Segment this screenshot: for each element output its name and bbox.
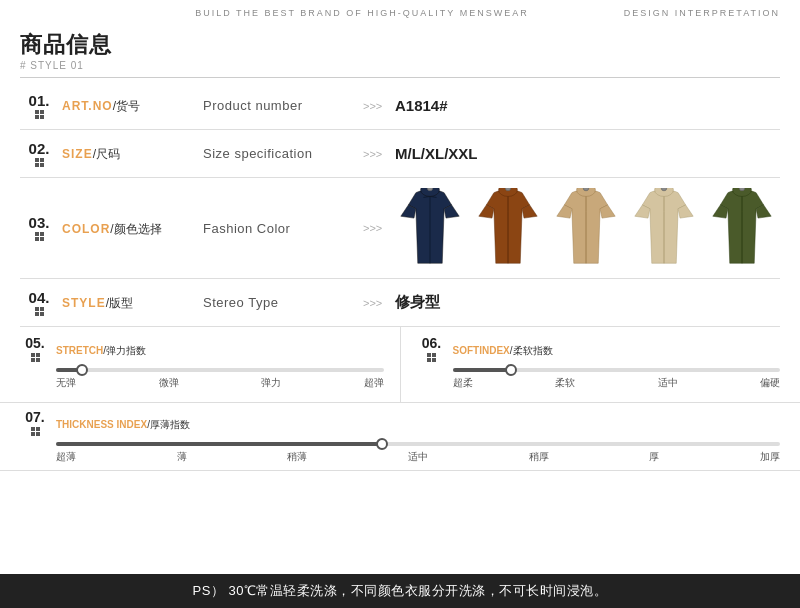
row-03-num-block: 03. — [20, 215, 58, 241]
thickness-fill — [56, 442, 382, 446]
thickness-label-1: 薄 — [177, 450, 187, 464]
soft-track-container: 超柔 柔软 适中 偏硬 — [453, 368, 781, 390]
row-style: 04. STYLE/版型 Stereo Type >>> 修身型 — [20, 279, 780, 327]
slider-double-row: 05. STRETCH/弹力指数 无弹 微弹 弹力 超弹 — [0, 327, 800, 403]
soft-fill — [453, 368, 512, 372]
row-01-label-cn: /货号 — [113, 99, 140, 113]
page-title: 商品信息 — [20, 30, 780, 60]
soft-label-0: 超柔 — [453, 376, 473, 390]
soft-row: 06. SOFTINDEX/柔软指数 超柔 柔软 适中 偏硬 — [401, 327, 781, 402]
stretch-labels: 无弹 微弹 弹力 超弹 — [56, 376, 384, 390]
row-01-num: 01. — [29, 93, 50, 108]
jacket-khaki — [629, 188, 699, 268]
thickness-thumb — [376, 438, 388, 450]
row-02-label-en: SIZE — [62, 147, 93, 161]
top-divider — [20, 77, 780, 78]
stretch-label-cn: /弹力指数 — [103, 345, 146, 356]
row-04-num: 04. — [29, 290, 50, 305]
row-04-grid-icon — [35, 307, 44, 316]
stretch-label-3: 超弹 — [364, 376, 384, 390]
row-03-arrow: >>> — [363, 222, 395, 234]
row-04-value: 修身型 — [395, 293, 780, 312]
row-01-value: A1814# — [395, 97, 780, 114]
soft-thumb — [505, 364, 517, 376]
jacket-brown — [473, 188, 543, 268]
jacket-olive — [707, 188, 777, 268]
bottom-note: PS） 30℃常温轻柔洗涤，不同颜色衣服分开洗涤，不可长时间浸泡。 — [0, 574, 800, 608]
row-01-grid-icon — [35, 110, 44, 119]
stretch-row: 05. STRETCH/弹力指数 无弹 微弹 弹力 超弹 — [20, 327, 401, 402]
thickness-label-3: 适中 — [408, 450, 428, 464]
stretch-label: STRETCH/弹力指数 — [56, 340, 146, 358]
row-04-label-en: STYLE — [62, 296, 106, 310]
row-02-arrow: >>> — [363, 148, 395, 160]
row-01-label: ART.NO/货号 — [58, 96, 203, 115]
soft-label-en: SOFTINDEX — [453, 345, 510, 356]
thickness-label-cn: /厚薄指数 — [147, 419, 190, 430]
soft-label-1: 柔软 — [555, 376, 575, 390]
jacket-tan — [551, 188, 621, 268]
row-02-label: SIZE/尺码 — [58, 144, 203, 163]
row-01-label-en: ART.NO — [62, 99, 113, 113]
row-03-num: 03. — [29, 215, 50, 230]
info-rows: 01. ART.NO/货号 Product number >>> A1814# … — [0, 82, 800, 327]
soft-header: 06. SOFTINDEX/柔软指数 — [417, 335, 781, 362]
stretch-label-en: STRETCH — [56, 345, 103, 356]
row-03-label-en: COLOR — [62, 222, 110, 236]
row-03-label-cn: /颜色选择 — [110, 222, 161, 236]
row-03-grid-icon — [35, 232, 44, 241]
row-artno: 01. ART.NO/货号 Product number >>> A1814# — [20, 82, 780, 130]
row-02-desc: Size specification — [203, 146, 363, 161]
row-01-arrow: >>> — [363, 100, 395, 112]
row-04-label-cn: /版型 — [106, 296, 133, 310]
row-04-label: STYLE/版型 — [58, 293, 203, 312]
stretch-track — [56, 368, 384, 372]
soft-labels: 超柔 柔软 适中 偏硬 — [453, 376, 781, 390]
row-03-label: COLOR/颜色选择 — [58, 219, 203, 238]
banner-right: DESIGN INTERPRETATION — [624, 8, 780, 18]
stretch-track-container: 无弹 微弹 弹力 超弹 — [56, 368, 384, 390]
main-title-block: 商品信息 # STYLE 01 — [0, 26, 800, 73]
soft-track — [453, 368, 781, 372]
thickness-slider-container: 超薄 薄 稍薄 适中 稍厚 厚 加厚 — [56, 442, 780, 464]
row-04-num-block: 04. — [20, 290, 58, 316]
thickness-label-6: 加厚 — [760, 450, 780, 464]
jacket-navy — [395, 188, 465, 268]
thickness-labels: 超薄 薄 稍薄 适中 稍厚 厚 加厚 — [56, 450, 780, 464]
row-02-num-block: 02. — [20, 141, 58, 167]
thickness-label-5: 厚 — [649, 450, 659, 464]
soft-num: 06. — [422, 335, 441, 351]
row-size: 02. SIZE/尺码 Size specification >>> M/L/X… — [20, 130, 780, 178]
stretch-num: 05. — [25, 335, 44, 351]
thickness-num-block: 07. — [20, 409, 50, 436]
stretch-label-0: 无弹 — [56, 376, 76, 390]
soft-num-block: 06. — [417, 335, 447, 362]
row-02-num: 02. — [29, 141, 50, 156]
soft-label-3: 偏硬 — [760, 376, 780, 390]
row-03-desc: Fashion Color — [203, 221, 363, 236]
soft-label-cn: /柔软指数 — [510, 345, 553, 356]
row-04-arrow: >>> — [363, 297, 395, 309]
thickness-track — [56, 442, 780, 446]
thickness-label-4: 稍厚 — [529, 450, 549, 464]
row-color: 03. COLOR/颜色选择 Fashion Color >>> — [20, 178, 780, 279]
thickness-label-0: 超薄 — [56, 450, 76, 464]
color-images — [395, 188, 780, 268]
row-02-value: M/L/XL/XXL — [395, 145, 780, 162]
row-01-num-block: 01. — [20, 93, 58, 119]
stretch-label-2: 弹力 — [261, 376, 281, 390]
thickness-header: 07. THICKNESS INDEX/厚薄指数 — [20, 409, 780, 436]
stretch-label-1: 微弹 — [159, 376, 179, 390]
thickness-num: 07. — [25, 409, 44, 425]
row-04-desc: Stereo Type — [203, 295, 363, 310]
page-subtitle: # STYLE 01 — [20, 60, 780, 71]
stretch-header: 05. STRETCH/弹力指数 — [20, 335, 384, 362]
row-02-label-cn: /尺码 — [93, 147, 120, 161]
soft-label-2: 适中 — [658, 376, 678, 390]
row-02-grid-icon — [35, 158, 44, 167]
row-01-desc: Product number — [203, 98, 363, 113]
stretch-thumb — [76, 364, 88, 376]
stretch-num-block: 05. — [20, 335, 50, 362]
thickness-label-2: 稍薄 — [287, 450, 307, 464]
soft-label: SOFTINDEX/柔软指数 — [453, 340, 553, 358]
